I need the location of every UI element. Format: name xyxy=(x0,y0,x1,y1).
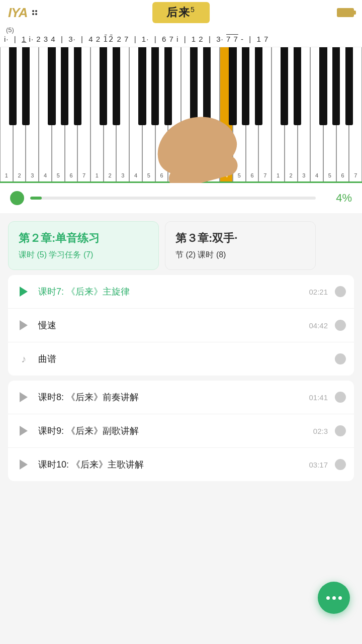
chapter-title: 第３章:双手· xyxy=(175,231,305,246)
white-key-3[interactable]: 4 xyxy=(39,47,52,183)
white-key-9[interactable]: 3 xyxy=(116,47,129,183)
lesson-group-0: 课时7: 《后来》主旋律02:21慢速04:42♪曲谱 xyxy=(8,275,354,376)
lesson-duration: 02:21 xyxy=(300,288,328,296)
lesson-list: 课时7: 《后来》主旋律02:21慢速04:42♪曲谱课时8: 《后来》前奏讲解… xyxy=(0,275,362,481)
chapter-card-1[interactable]: 第３章:双手·节 (2) 课时 (8) xyxy=(165,221,316,270)
lesson-item[interactable]: 课时8: 《后来》前奏讲解01:41 xyxy=(8,381,354,414)
white-key-25[interactable]: 5 xyxy=(323,47,336,183)
white-key-4[interactable]: 5 xyxy=(52,47,65,183)
white-key-6[interactable]: 7 xyxy=(77,47,90,183)
app-logo[interactable]: IYA xyxy=(8,5,37,21)
fab-dots xyxy=(326,596,342,600)
white-key-23[interactable]: 3 xyxy=(298,47,311,183)
play-icon xyxy=(16,423,31,438)
fab-dot-3 xyxy=(338,596,342,600)
progress-percent: 4% xyxy=(322,192,352,205)
music-score-icon: ♪ xyxy=(16,351,31,366)
white-key-5[interactable]: 6 xyxy=(65,47,78,183)
play-triangle-icon xyxy=(20,320,28,330)
white-key-2[interactable]: 3 xyxy=(26,47,39,183)
logo-text: IYA xyxy=(8,5,27,21)
fab-more-button[interactable] xyxy=(318,582,350,614)
piano-keyboard-container: 1234567123456712345671234567 xyxy=(0,47,362,183)
header: IYA 后来5 xyxy=(0,0,362,25)
play-triangle-icon xyxy=(20,426,28,436)
play-triangle-icon xyxy=(20,459,28,470)
white-key-8[interactable]: 2 xyxy=(104,47,117,183)
lesson-item[interactable]: 慢速04:42 xyxy=(8,309,354,342)
battery-icon xyxy=(337,8,354,17)
sheet-music-bar: (5) i· | 1 i· 2 3 4 | 3· | 4 2 1̄2̄ 2 7 … xyxy=(0,25,362,47)
lesson-title: 课时7: 《后来》主旋律 xyxy=(38,286,293,298)
chapters-section: 第２章:单音练习课时 (5) 学习任务 (7)第３章:双手·节 (2) 课时 (… xyxy=(0,213,362,275)
white-key-27[interactable]: 7 xyxy=(349,47,362,183)
lesson-status-dot xyxy=(335,286,346,297)
play-icon xyxy=(16,284,31,299)
white-key-1[interactable]: 2 xyxy=(13,47,26,183)
lesson-status-dot xyxy=(335,353,346,364)
chapters-row: 第２章:单音练习课时 (5) 学习任务 (7)第３章:双手·节 (2) 课时 (… xyxy=(8,221,354,270)
white-key-11[interactable]: 5 xyxy=(142,47,155,183)
logo-dots xyxy=(32,10,37,15)
play-triangle-icon xyxy=(20,287,28,297)
white-key-26[interactable]: 6 xyxy=(336,47,349,183)
white-key-0[interactable]: 1 xyxy=(0,47,13,183)
lesson-duration: 04:42 xyxy=(300,321,328,330)
lesson-title: 慢速 xyxy=(38,319,293,331)
chapter-card-0[interactable]: 第２章:单音练习课时 (5) 学习任务 (7) xyxy=(8,221,159,270)
lesson-item[interactable]: 课时10: 《后来》主歌讲解03:17 xyxy=(8,448,354,481)
notes-row: i· | 1 i· 2 3 4 | 3· | 4 2 1̄2̄ 2 7 | 1·… xyxy=(4,34,358,45)
white-key-22[interactable]: 2 xyxy=(285,47,298,183)
chapter-meta: 课时 (5) 学习任务 (7) xyxy=(19,250,148,260)
white-key-19[interactable]: 6 xyxy=(246,47,259,183)
lesson-title: 课时10: 《后来》主歌讲解 xyxy=(38,458,293,471)
lesson-duration: 03:17 xyxy=(300,461,328,469)
lesson-title: 课时8: 《后来》前奏讲解 xyxy=(38,391,293,403)
lesson-duration: 01:41 xyxy=(300,393,328,402)
note: i· | 1 i· 2 3 4 | 3· | 4 2 1̄2̄ 2 7 | 1·… xyxy=(4,35,268,44)
progress-indicator-dot[interactable] xyxy=(10,191,24,205)
lesson-item[interactable]: 课时7: 《后来》主旋律02:21 xyxy=(8,275,354,309)
fab-dot-2 xyxy=(332,596,336,600)
hand-overlay xyxy=(156,118,236,178)
progress-bar-track[interactable] xyxy=(30,197,316,200)
lesson-status-dot xyxy=(335,425,346,436)
lesson-group-1: 课时8: 《后来》前奏讲解01:41课时9: 《后来》副歌讲解02:3课时10:… xyxy=(8,381,354,481)
lesson-item[interactable]: ♪曲谱 xyxy=(8,342,354,376)
lesson-status-dot xyxy=(335,392,346,403)
song-title-sup: 5 xyxy=(191,6,196,14)
lesson-item[interactable]: 课时9: 《后来》副歌讲解02:3 xyxy=(8,414,354,448)
lesson-duration: 02:3 xyxy=(300,427,328,435)
lesson-status-dot xyxy=(335,459,346,470)
white-key-24[interactable]: 4 xyxy=(310,47,323,183)
progress-section: 4% xyxy=(0,183,362,213)
white-key-21[interactable]: 1 xyxy=(272,47,285,183)
play-icon xyxy=(16,390,31,405)
white-key-7[interactable]: 1 xyxy=(90,47,104,183)
play-triangle-icon xyxy=(20,392,28,402)
measure-number: (5) xyxy=(4,26,358,34)
play-icon xyxy=(16,457,31,472)
chapter-meta: 节 (2) 课时 (8) xyxy=(175,250,305,260)
lesson-status-dot xyxy=(335,320,346,331)
play-icon xyxy=(16,318,31,333)
progress-bar-fill xyxy=(30,197,42,200)
song-title: 后来5 xyxy=(152,2,210,23)
white-key-20[interactable]: 7 xyxy=(258,47,272,183)
chapter-title: 第２章:单音练习 xyxy=(19,231,148,246)
song-title-text: 后来 xyxy=(166,6,191,19)
lesson-title: 课时9: 《后来》副歌讲解 xyxy=(38,425,293,437)
white-key-10[interactable]: 4 xyxy=(129,47,142,183)
lesson-title: 曲谱 xyxy=(38,353,328,365)
fab-dot-1 xyxy=(326,596,330,600)
